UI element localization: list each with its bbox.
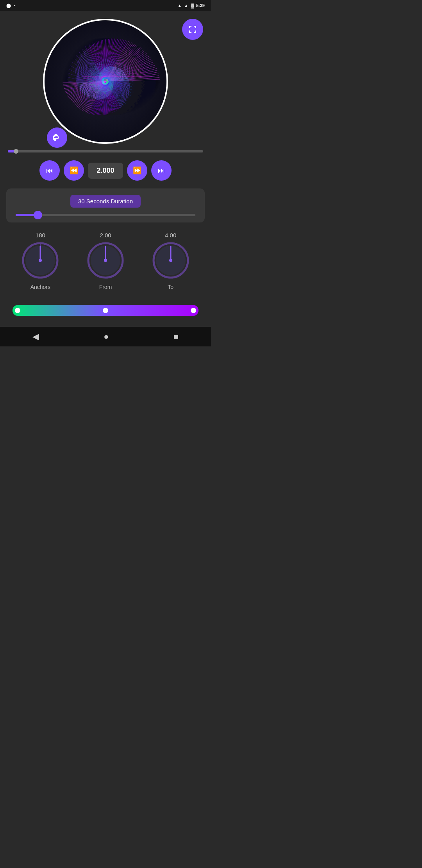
next-track-button[interactable]: ⏭ [151, 160, 172, 181]
spiral-svg: // We'll draw the spiral via inline SVG … [45, 20, 166, 142]
svg-point-313 [169, 259, 172, 262]
signal-icon: ▲ [184, 3, 188, 8]
anchors-knob-container: 180 Anchors [21, 232, 60, 290]
from-knob[interactable] [86, 241, 125, 280]
spiral-circle: // We'll draw the spiral via inline SVG … [43, 19, 168, 144]
color-dot-center [103, 308, 108, 313]
anchors-knob[interactable] [21, 241, 60, 280]
duration-slider-thumb[interactable] [34, 211, 42, 219]
recent-apps-button[interactable]: ■ [164, 328, 188, 345]
battery-icon: ▓ [191, 3, 194, 8]
anchors-label: Anchors [30, 284, 50, 290]
wifi-icon: ▲ [177, 3, 182, 8]
duration-panel: 30 Seconds Duration [6, 188, 205, 222]
color-dot-right [191, 308, 196, 313]
from-value: 2.00 [100, 232, 111, 239]
back-button[interactable]: ◀ [23, 328, 48, 345]
duration-slider-track[interactable] [16, 214, 195, 216]
prev-track-icon: ⏮ [46, 167, 53, 175]
color-gradient-bar[interactable] [13, 305, 198, 316]
knobs-section: 180 Anchors 2.00 [0, 226, 211, 298]
svg-point-305 [39, 259, 42, 262]
rewind-button[interactable]: ⏪ [64, 160, 84, 181]
from-knob-container: 2.00 From [86, 232, 125, 290]
to-label: To [168, 284, 173, 290]
from-label: From [99, 284, 112, 290]
progress-thumb [14, 149, 18, 154]
anchors-value: 180 [36, 232, 45, 239]
fast-forward-icon: ⏩ [133, 166, 141, 175]
progress-bar-container[interactable] [0, 144, 211, 156]
to-knob-svg[interactable] [151, 241, 190, 280]
rewind-icon: ⏪ [70, 166, 78, 175]
anchors-knob-svg[interactable] [21, 241, 60, 280]
transport-value-display: 2.000 [88, 163, 123, 179]
status-bar: ⬤ ▪ ▲ ▲ ▓ 5:39 [0, 0, 211, 11]
main-content: // We'll draw the spiral via inline SVG … [0, 11, 211, 323]
duration-slider-container[interactable] [13, 214, 198, 216]
prev-track-button[interactable]: ⏮ [39, 160, 60, 181]
navigation-bar: ◀ ● ■ [0, 327, 211, 346]
transport-controls: ⏮ ⏪ 2.000 ⏩ ⏭ [39, 156, 172, 185]
time-display: 5:39 [196, 3, 205, 8]
fullscreen-icon [188, 25, 197, 34]
to-knob[interactable] [151, 241, 190, 280]
to-value: 4.00 [165, 232, 176, 239]
home-button[interactable]: ● [94, 328, 118, 345]
from-knob-svg[interactable] [86, 241, 125, 280]
palette-button[interactable] [47, 127, 67, 148]
color-dot-left [15, 308, 20, 313]
palette-icon [52, 133, 62, 143]
notification-icon: ▪ [14, 3, 16, 8]
camera-icon: ⬤ [6, 3, 11, 8]
progress-bar[interactable] [8, 150, 203, 152]
next-track-icon: ⏭ [158, 167, 165, 175]
status-left: ⬤ ▪ [6, 3, 16, 8]
to-knob-container: 4.00 To [151, 232, 190, 290]
fullscreen-button[interactable] [182, 19, 203, 40]
duration-label-container: 30 Seconds Duration [13, 195, 198, 208]
status-right: ▲ ▲ ▓ 5:39 [177, 3, 205, 8]
svg-point-309 [104, 259, 107, 262]
duration-badge: 30 Seconds Duration [70, 195, 141, 208]
fast-forward-button[interactable]: ⏩ [127, 160, 147, 181]
color-bar-wrapper[interactable] [0, 298, 211, 323]
spiral-container: // We'll draw the spiral via inline SVG … [43, 19, 168, 144]
